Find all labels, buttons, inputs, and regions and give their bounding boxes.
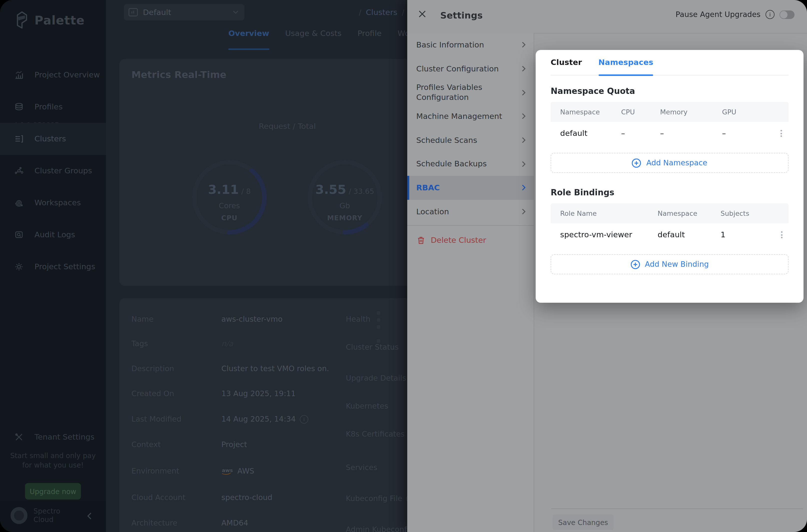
sidebar-item-project-overview[interactable]: Project Overview [0, 59, 106, 91]
sidebar-item-tenant-settings[interactable]: Tenant Settings [0, 426, 106, 448]
namespace-cell: default [551, 129, 613, 138]
plus-circle-icon [630, 260, 640, 269]
settings-nav-schedule-scans[interactable]: Schedule Scans [407, 128, 534, 152]
bar-chart-icon [15, 71, 23, 79]
collapse-sidebar-icon[interactable] [87, 512, 92, 520]
account-footer: Spectro Cloud [0, 501, 106, 532]
table-row: spectro-vm-viewer default 1 [551, 223, 789, 246]
rbac-tabs: Cluster Namespaces [551, 57, 789, 75]
chevron-right-icon [522, 89, 526, 96]
info-icon[interactable]: i [300, 415, 308, 423]
settings-nav-location[interactable]: Location [407, 200, 534, 224]
namespace-quota-title: Namespace Quota [551, 87, 789, 96]
audit-log-icon [15, 230, 23, 239]
sidebar: Palette 4.8.0-250807 Project Overview Pr… [0, 0, 106, 532]
sidebar-item-cluster-groups[interactable]: Cluster Groups [0, 155, 106, 187]
settings-nav-schedule-backups[interactable]: Schedule Backups [407, 152, 534, 176]
breadcrumb-separator: / [354, 8, 366, 17]
upgrade-now-button[interactable]: Upgrade now [25, 483, 81, 499]
cpu-gauge-unit: Cores [189, 201, 269, 210]
table-header: Role Name Namespace Subjects [551, 203, 789, 223]
role-name-cell: spectro-vm-viewer [551, 230, 649, 239]
row-menu-icon[interactable] [775, 130, 787, 137]
pause-agent-upgrades: Pause Agent Upgrades i [676, 10, 794, 19]
tab-profile[interactable]: Profile [358, 29, 381, 38]
tab-usage-costs[interactable]: Usage & Costs [285, 29, 341, 38]
status-placeholder [377, 339, 380, 343]
sidebar-item-profiles[interactable]: Profiles [0, 91, 106, 123]
sidebar-item-audit-logs[interactable]: Audit Logs [0, 219, 106, 251]
palette-logo-icon [15, 11, 29, 30]
sidebar-item-project-settings[interactable]: Project Settings [0, 251, 106, 283]
detail-label-services: Services [346, 463, 377, 472]
pause-agent-upgrades-toggle[interactable] [780, 10, 794, 19]
chevron-right-icon [522, 161, 526, 167]
chevron-right-icon [522, 65, 526, 72]
app-window: Palette 4.8.0-250807 Project Overview Pr… [0, 0, 807, 532]
detail-label-k8s-certificates: K8s Certificates [346, 430, 405, 439]
chevron-right-icon [522, 208, 526, 215]
sidebar-item-label: Project Settings [35, 262, 95, 271]
role-bindings-table: Role Name Namespace Subjects spectro-vm-… [551, 203, 789, 246]
add-namespace-button[interactable]: Add Namespace [551, 153, 789, 173]
subjects-cell: 1 [712, 230, 755, 239]
tenant-settings-label: Tenant Settings [35, 433, 94, 442]
memory-gauge-label: MEMORY [305, 214, 385, 222]
detail-row: Context Project [131, 440, 411, 449]
settings-nav-machine-management[interactable]: Machine Management [407, 104, 534, 128]
settings-nav-basic-information[interactable]: Basic Information [407, 33, 534, 57]
detail-row: Last Modified 14 Aug 2025, 14:34 i [131, 415, 411, 424]
drawer-title: Settings [440, 10, 483, 20]
metrics-card: Metrics Real-Time Request / Total 3.11 /… [119, 59, 425, 286]
orbit-icon [15, 198, 23, 207]
delete-cluster-button[interactable]: Delete Cluster [407, 227, 534, 253]
chevron-right-icon [522, 185, 526, 191]
tools-icon [15, 433, 23, 442]
chevron-right-icon [522, 113, 526, 120]
chevron-right-icon [522, 137, 526, 144]
tab-overview[interactable]: Overview [228, 29, 269, 38]
memory-cell: – [652, 129, 714, 138]
sidebar-item-workspaces[interactable]: Workspaces [0, 187, 106, 219]
breadcrumb-clusters-link[interactable]: Clusters [366, 8, 397, 17]
svg-text:aws: aws [222, 467, 233, 473]
settings-nav: Basic Information Cluster Configuration … [407, 33, 534, 532]
sidebar-item-label: Workspaces [35, 198, 81, 207]
close-icon[interactable] [418, 10, 431, 23]
settings-nav-profiles-variables[interactable]: Profiles Variables Configuration [407, 81, 534, 104]
detail-label-kubeconfig-file: Kubeconfig File i [346, 494, 415, 503]
status-placeholder [377, 325, 380, 329]
tab-namespaces[interactable]: Namespaces [598, 58, 653, 75]
add-new-binding-button[interactable]: Add New Binding [551, 254, 789, 274]
divider [407, 225, 534, 226]
settings-drawer: Settings Pause Agent Upgrades i Basic In… [407, 0, 807, 532]
cpu-cell: – [613, 129, 652, 138]
memory-gauge-unit: Gb [305, 201, 385, 210]
sidebar-item-label: Cluster Groups [35, 166, 92, 175]
trash-icon [417, 236, 425, 244]
settings-nav-cluster-configuration[interactable]: Cluster Configuration [407, 57, 534, 80]
status-placeholder [377, 318, 380, 322]
info-icon[interactable]: i [766, 10, 774, 19]
cpu-gauge-value: 3.11 / 8 [189, 182, 269, 197]
settings-nav-rbac[interactable]: RBAC [407, 176, 534, 200]
aws-logo-icon: aws [221, 467, 233, 475]
cluster-details-card: Name aws-cluster-vmo Tags n/a Descriptio… [119, 298, 425, 532]
network-nodes-icon [15, 166, 23, 175]
role-bindings-title: Role Bindings [551, 188, 789, 197]
row-menu-icon[interactable] [775, 231, 788, 238]
plus-circle-icon [632, 158, 641, 168]
account-name: Spectro Cloud [34, 507, 69, 524]
sidebar-item-label: Profiles [35, 102, 63, 111]
avatar [11, 507, 27, 524]
pause-agent-upgrades-label: Pause Agent Upgrades [676, 10, 761, 19]
logo: Palette [15, 11, 85, 30]
detail-label-kubernetes: Kubernetes [346, 402, 388, 411]
metrics-subtitle: Request / Total [119, 122, 455, 131]
sidebar-item-clusters[interactable]: Clusters [0, 123, 106, 155]
cpu-gauge: 3.11 / 8 Cores CPU [189, 157, 269, 237]
save-changes-button[interactable]: Save Changes [553, 514, 614, 530]
gear-icon [15, 262, 23, 271]
tab-cluster[interactable]: Cluster [551, 58, 582, 75]
project-selector[interactable]: Default [124, 4, 244, 20]
